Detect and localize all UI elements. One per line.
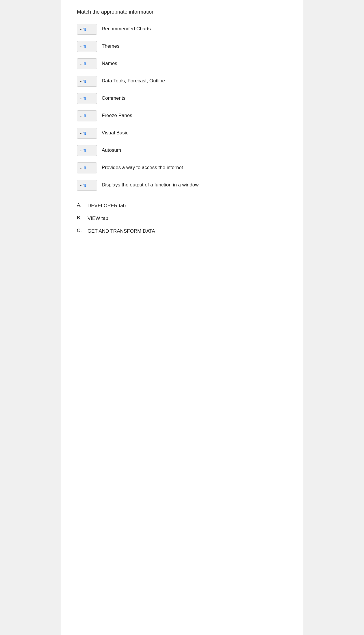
control-box: -⇅ xyxy=(77,76,97,87)
sort-icon[interactable]: ⇅ xyxy=(83,114,87,118)
control-box: -⇅ xyxy=(77,128,97,139)
match-item: -⇅Autosum xyxy=(77,145,287,156)
item-label: Visual Basic xyxy=(102,128,128,136)
sort-icon[interactable]: ⇅ xyxy=(83,62,87,66)
match-item: -⇅Recommended Charts xyxy=(77,24,287,35)
item-label: Recommended Charts xyxy=(102,24,151,32)
sort-icon[interactable]: ⇅ xyxy=(83,166,87,170)
sort-icon[interactable]: ⇅ xyxy=(83,183,87,187)
control-box: -⇅ xyxy=(77,58,97,69)
answer-text: DEVELOPER tab xyxy=(88,202,126,209)
sort-icon[interactable]: ⇅ xyxy=(83,97,87,101)
match-item: -⇅Provides a way to access the internet xyxy=(77,162,287,173)
answer-list: A.DEVELOPER tabB.VIEW tabC.GET AND TRANS… xyxy=(77,202,287,234)
minus-button[interactable]: - xyxy=(79,148,82,153)
answer-letter: C. xyxy=(77,228,84,234)
item-label: Displays the output of a function in a w… xyxy=(102,180,200,188)
minus-button[interactable]: - xyxy=(79,96,82,101)
instruction-text: Match the appropriate information xyxy=(77,9,287,15)
item-label: Freeze Panes xyxy=(102,110,132,119)
match-item: -⇅Themes xyxy=(77,41,287,52)
minus-button[interactable]: - xyxy=(79,131,82,136)
sort-icon[interactable]: ⇅ xyxy=(83,45,87,49)
control-box: -⇅ xyxy=(77,41,97,52)
minus-button[interactable]: - xyxy=(79,114,82,118)
control-box: -⇅ xyxy=(77,162,97,173)
item-label: Autosum xyxy=(102,145,121,154)
answer-text: GET AND TRANSFORM DATA xyxy=(88,228,155,235)
match-item: -⇅Visual Basic xyxy=(77,128,287,139)
answer-item: C.GET AND TRANSFORM DATA xyxy=(77,228,287,235)
minus-button[interactable]: - xyxy=(79,27,82,32)
item-label: Data Tools, Forecast, Outline xyxy=(102,76,165,84)
answer-letter: B. xyxy=(77,215,84,221)
item-label: Names xyxy=(102,58,117,67)
minus-button[interactable]: - xyxy=(79,62,82,66)
control-box: -⇅ xyxy=(77,93,97,104)
sort-icon[interactable]: ⇅ xyxy=(83,27,87,31)
match-item: -⇅Data Tools, Forecast, Outline xyxy=(77,76,287,87)
answer-letter: A. xyxy=(77,202,84,208)
match-item: -⇅Names xyxy=(77,58,287,69)
answer-item: A.DEVELOPER tab xyxy=(77,202,287,209)
match-list: -⇅Recommended Charts-⇅Themes-⇅Names-⇅Dat… xyxy=(77,24,287,191)
sort-icon[interactable]: ⇅ xyxy=(83,131,87,135)
minus-button[interactable]: - xyxy=(79,44,82,49)
item-label: Provides a way to access the internet xyxy=(102,162,183,171)
item-label: Comments xyxy=(102,93,125,102)
control-box: -⇅ xyxy=(77,110,97,121)
answer-item: B.VIEW tab xyxy=(77,215,287,222)
sort-icon[interactable]: ⇅ xyxy=(83,149,87,153)
minus-button[interactable]: - xyxy=(79,183,82,188)
item-label: Themes xyxy=(102,41,119,50)
match-item: -⇅Displays the output of a function in a… xyxy=(77,180,287,191)
answer-text: VIEW tab xyxy=(88,215,108,222)
minus-button[interactable]: - xyxy=(79,79,82,84)
match-item: -⇅Comments xyxy=(77,93,287,104)
page-container: Match the appropriate information -⇅Reco… xyxy=(61,0,303,635)
control-box: -⇅ xyxy=(77,145,97,156)
control-box: -⇅ xyxy=(77,24,97,35)
minus-button[interactable]: - xyxy=(79,166,82,170)
sort-icon[interactable]: ⇅ xyxy=(83,79,87,83)
control-box: -⇅ xyxy=(77,180,97,191)
match-item: -⇅Freeze Panes xyxy=(77,110,287,121)
